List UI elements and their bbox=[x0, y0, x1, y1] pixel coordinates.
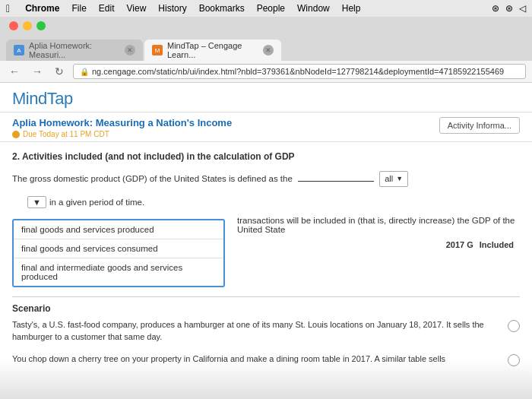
due-icon bbox=[12, 131, 20, 138]
tab-bar: A Aplia Homework: Measuri... ✕ M MindTap… bbox=[6, 40, 526, 61]
page-content: MindTap Aplia Homework: Measuring a Nati… bbox=[0, 83, 532, 399]
menu-window[interactable]: Window bbox=[297, 3, 330, 14]
tab-close-mindtap[interactable]: ✕ bbox=[263, 45, 274, 55]
battery-icon: ⊛ bbox=[492, 3, 499, 14]
apple-icon[interactable]:  bbox=[6, 2, 10, 14]
page-inner: MindTap Aplia Homework: Measuring a Nati… bbox=[0, 83, 532, 399]
question-number: 2. bbox=[12, 151, 20, 162]
transactions-area: transactions will be included in (that i… bbox=[237, 216, 520, 249]
question-text-part1: The gross domestic product (GDP) of the … bbox=[12, 174, 293, 183]
menu-edit[interactable]: Edit bbox=[99, 3, 115, 14]
question-text: The gross domestic product (GDP) of the … bbox=[12, 169, 520, 187]
transactions-text: transactions will be included in (that i… bbox=[237, 216, 520, 234]
due-date-text: Due Today at 11 PM CDT bbox=[23, 130, 109, 138]
scenario-radio-1[interactable] bbox=[508, 320, 520, 332]
dropdown1-arrow: ▼ bbox=[396, 174, 403, 185]
scenario-section: Scenario Tasty's, a U.S. fast-food compa… bbox=[12, 296, 520, 370]
homework-title-left: Aplia Homework: Measuring a Nation's Inc… bbox=[12, 117, 232, 138]
question-header: 2. Activities included (and not included… bbox=[12, 151, 520, 162]
maximize-button[interactable] bbox=[36, 21, 46, 30]
dropdown-option-1[interactable]: final goods and services produced bbox=[14, 220, 223, 239]
tab-aplia[interactable]: A Aplia Homework: Measuri... ✕ bbox=[6, 40, 143, 61]
main-content: 2. Activities included (and not included… bbox=[0, 142, 532, 378]
scenario-text-2: You chop down a cherry tree on your prop… bbox=[12, 353, 502, 366]
menu-help[interactable]: Help bbox=[342, 3, 361, 14]
chrome-frame: A Aplia Homework: Measuri... ✕ M MindTap… bbox=[0, 17, 532, 61]
menubar-right: ⊛ ⊛ ◁ bbox=[492, 3, 526, 14]
activity-info-button[interactable]: Activity Informa... bbox=[439, 117, 520, 134]
scenario-label: Scenario bbox=[12, 303, 520, 314]
mindtap-logo: MindTap bbox=[12, 89, 520, 109]
menu-chrome[interactable]: Chrome bbox=[25, 3, 59, 14]
dropdown2-arrow: ▼ bbox=[33, 198, 41, 207]
tab-label-mindtap: MindTap – Cengage Learn... bbox=[167, 41, 255, 59]
homework-title[interactable]: Aplia Homework: Measuring a Nation's Inc… bbox=[12, 117, 232, 128]
menu-file[interactable]: File bbox=[71, 3, 86, 14]
dropdown-option-2[interactable]: final goods and services consumed bbox=[14, 239, 223, 258]
tab-favicon-mindtap: M bbox=[152, 45, 163, 55]
tab-mindtap[interactable]: M MindTap – Cengage Learn... ✕ bbox=[144, 40, 281, 61]
menu-bookmarks[interactable]: Bookmarks bbox=[199, 3, 245, 14]
dropdown2-text: in a given period of time. bbox=[49, 198, 144, 207]
menu-people[interactable]: People bbox=[257, 3, 285, 14]
tab-close-aplia[interactable]: ✕ bbox=[125, 45, 135, 55]
second-dropdown-row: ▼ in a given period of time. bbox=[12, 196, 520, 208]
reload-button[interactable]: ↻ bbox=[52, 64, 67, 79]
close-button[interactable] bbox=[9, 21, 18, 30]
menu-history[interactable]: History bbox=[158, 3, 186, 14]
included-label: Included bbox=[480, 240, 514, 249]
dropdown-option-3[interactable]: final and intermediate goods and service… bbox=[14, 258, 223, 286]
forward-button[interactable]: → bbox=[29, 64, 46, 79]
year-header: 2017 G bbox=[446, 240, 473, 249]
address-bar-row: ← → ↻ 🔒 ng.cengage.com/static/nb/ui/inde… bbox=[0, 61, 532, 83]
lock-icon: 🔒 bbox=[80, 68, 89, 76]
minimize-button[interactable] bbox=[23, 21, 32, 30]
scenario-text-1: Tasty's, a U.S. fast-food company, produ… bbox=[12, 318, 502, 344]
dropdown1-value: all bbox=[385, 173, 393, 185]
back-button[interactable]: ← bbox=[6, 64, 23, 79]
due-date: Due Today at 11 PM CDT bbox=[12, 130, 232, 138]
question-title: Activities included (and not included) i… bbox=[22, 151, 295, 162]
tab-favicon-aplia: A bbox=[14, 45, 24, 55]
address-bar[interactable]: 🔒 ng.cengage.com/static/nb/ui/index.html… bbox=[73, 64, 526, 79]
mac-menubar:  Chrome File Edit View History Bookmark… bbox=[0, 0, 532, 17]
wifi-icon: ⊛ bbox=[505, 3, 513, 14]
traffic-lights bbox=[9, 21, 46, 30]
menu-view[interactable]: View bbox=[127, 3, 147, 14]
mindtap-header: MindTap bbox=[0, 83, 532, 112]
dropdown-options-box: final goods and services produced final … bbox=[12, 219, 225, 287]
tab-label-aplia: Aplia Homework: Measuri... bbox=[29, 41, 117, 59]
volume-icon: ◁ bbox=[519, 3, 526, 14]
address-text: ng.cengage.com/static/nb/ui/index.html?n… bbox=[92, 67, 504, 76]
scenario-radio-2[interactable] bbox=[508, 354, 520, 366]
homework-title-bar: Aplia Homework: Measuring a Nation's Inc… bbox=[0, 112, 532, 142]
